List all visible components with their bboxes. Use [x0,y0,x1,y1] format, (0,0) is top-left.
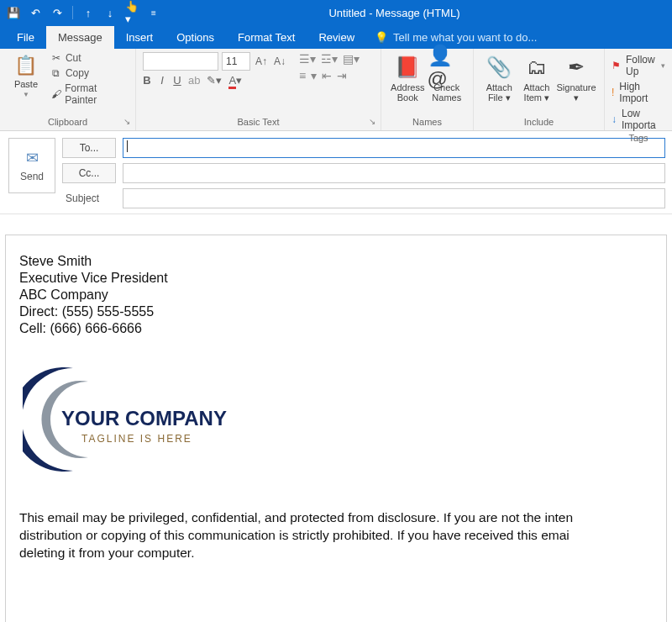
check-names-icon: 👤@ [428,54,467,81]
disclaimer-line1: This email may be privileged, confidenti… [19,510,573,524]
copy-label: Copy [66,67,89,79]
high-importance-label: High Import [619,81,665,104]
paintbrush-icon: 🖌 [50,88,61,100]
tab-file[interactable]: File [5,26,46,49]
basic-text-launcher-icon[interactable]: ↘ [369,117,375,126]
tab-message[interactable]: Message [46,26,114,49]
high-importance-button[interactable]: ! High Import [612,81,665,104]
message-header: ✉ Send To... Cc... Subject [0,131,672,214]
font-size-combo[interactable]: 11 [222,52,250,71]
paste-dropdown-icon: ▼ [23,91,29,98]
italic-button[interactable]: I [158,74,166,87]
grow-font-icon[interactable]: A↑ [254,54,269,69]
group-clipboard: 📋 Paste ▼ ✂ Cut ⧉ Copy 🖌 Format Painter [0,49,136,130]
subject-label: Subject [62,192,116,204]
attach-item-button[interactable]: 🗂 Attach Item ▾ [518,52,556,103]
sig-cell: Cell: (666) 666-6666 [19,321,653,336]
attach-file-button[interactable]: 📎 Attach File ▾ [480,52,518,103]
group-basic-text: 11 A↑ A↓ B I U ab ✎▾ A▾ ☰▾ ☲▾ ▤▾ [136,49,381,130]
redo-icon[interactable]: ↷ [50,6,64,19]
check-names-button[interactable]: 👤@ Check Names [428,52,467,103]
message-body[interactable]: Steve Smith Executive Vice President ABC… [5,235,667,622]
quick-access-toolbar: 💾 ↶ ↷ ↑ ↓ 👆▾ ≡ [0,6,167,19]
align-left-button[interactable]: ≡ [299,69,306,82]
address-book-label: Address Book [388,82,428,103]
send-envelope-icon: ✉ [26,149,39,167]
signature-button[interactable]: ✒ Signature▾ [555,52,597,103]
format-painter-label: Format Painter [65,82,129,106]
low-importance-button[interactable]: ↓ Low Importa [612,108,665,131]
group-include-label: Include [480,115,597,129]
decrease-indent-button[interactable]: ⇤ [322,69,332,82]
underline-button[interactable]: U [173,74,181,87]
undo-icon[interactable]: ↶ [29,6,42,19]
group-tags: ⚑ Follow Up▾ ! High Import ↓ Low Importa… [605,49,672,130]
copy-button[interactable]: ⧉ Copy [50,67,129,79]
tell-me-placeholder: Tell me what you want to do... [393,31,537,44]
group-names: 📕 Address Book 👤@ Check Names Names [381,49,474,130]
paste-button[interactable]: 📋 Paste ▼ [7,52,45,98]
group-tags-label: Tags [612,131,665,145]
company-logo: YOUR COMPANY TAGLINE IS HERE [23,360,241,477]
attach-item-label: Attach Item ▾ [518,82,556,103]
customize-qat-icon[interactable]: ≡ [147,6,160,19]
subject-field[interactable] [123,188,665,208]
bold-button[interactable]: B [143,74,151,87]
title-bar: 💾 ↶ ↷ ↑ ↓ 👆▾ ≡ Untitled - Message (HTML) [0,0,672,25]
paste-icon: 📋 [14,54,38,77]
text-cursor [127,140,128,152]
low-importance-icon: ↓ [612,113,617,125]
attach-item-icon: 🗂 [527,54,547,81]
tab-options[interactable]: Options [165,26,226,49]
paste-label: Paste [14,79,38,89]
clipboard-launcher-icon[interactable]: ↘ [123,117,130,126]
group-clipboard-label: Clipboard [48,117,87,127]
numbering-button[interactable]: ☲▾ [321,52,338,66]
to-field[interactable] [123,138,665,158]
cut-button[interactable]: ✂ Cut [50,52,129,64]
save-icon[interactable]: 💾 [7,6,20,19]
disclaimer-line3: deleting it from your computer. [19,546,195,560]
low-importance-label: Low Importa [622,108,665,131]
copy-icon: ⧉ [50,67,62,79]
attach-file-label: Attach File ▾ [480,82,518,103]
font-color-button[interactable]: A▾ [228,74,242,87]
previous-item-icon[interactable]: ↑ [81,6,95,19]
qat-separator [72,6,73,19]
cc-field[interactable] [123,163,665,183]
tab-review[interactable]: Review [307,26,366,49]
high-importance-icon: ! [612,87,614,98]
increase-indent-button[interactable]: ⇥ [337,69,347,82]
bullets-button[interactable]: ☰▾ [299,52,316,66]
follow-up-button[interactable]: ⚑ Follow Up▾ [612,54,665,77]
next-item-icon[interactable]: ↓ [103,6,117,19]
tab-format-text[interactable]: Format Text [226,26,307,49]
sig-name: Steve Smith [19,254,653,269]
format-painter-button[interactable]: 🖌 Format Painter [50,82,129,106]
cc-button[interactable]: Cc... [62,163,116,183]
touch-mode-icon[interactable]: 👆▾ [125,6,139,19]
follow-up-label: Follow Up [626,54,656,77]
tab-insert[interactable]: Insert [114,26,165,49]
to-button[interactable]: To... [62,138,116,158]
align-menu-button[interactable]: ▾ [311,69,317,82]
window-title: Untitled - Message (HTML) [167,7,622,19]
message-body-area: Steve Smith Executive Vice President ABC… [0,214,672,622]
shrink-font-icon[interactable]: A↓ [272,54,287,69]
check-names-label: Check Names [428,82,467,103]
disclaimer-text: This email may be privileged, confidenti… [19,509,653,562]
sig-direct: Direct: (555) 555-5555 [19,304,653,319]
strike-button[interactable]: ab [188,74,200,87]
scissors-icon: ✂ [50,52,62,64]
group-names-label: Names [388,115,466,129]
disclaimer-line2: distribution or copying of this communic… [19,528,570,542]
send-button[interactable]: ✉ Send [8,138,55,193]
font-family-combo[interactable] [143,52,218,71]
signature-icon: ✒ [568,54,585,81]
highlight-button[interactable]: ✎▾ [207,74,222,87]
address-book-button[interactable]: 📕 Address Book [388,52,428,103]
ribbon-tabs: File Message Insert Options Format Text … [0,25,672,49]
multilevel-button[interactable]: ▤▾ [343,52,360,66]
cut-label: Cut [66,52,81,64]
send-label: Send [20,171,44,182]
